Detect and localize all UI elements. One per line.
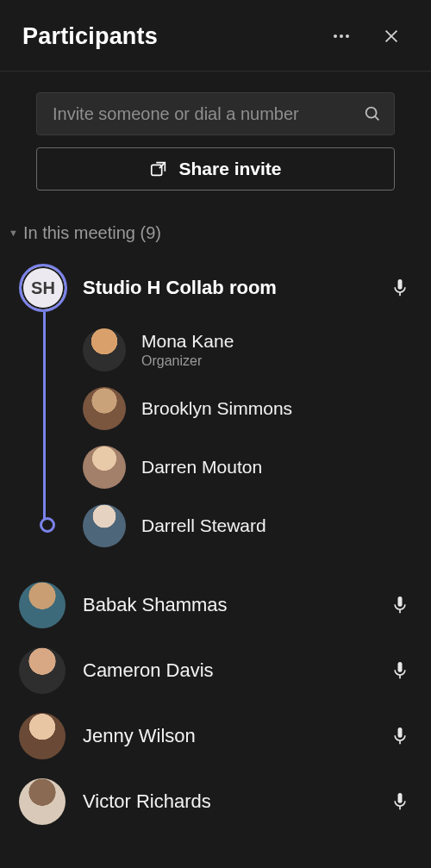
svg-line-6 xyxy=(375,116,378,120)
mic-button[interactable] xyxy=(383,791,417,812)
microphone-icon xyxy=(391,660,409,681)
svg-rect-14 xyxy=(398,727,403,738)
collapse-icon: ▼ xyxy=(9,228,18,238)
avatar xyxy=(19,647,66,694)
room-avatar: SH xyxy=(19,264,67,312)
room-mic-button[interactable] xyxy=(383,278,417,298)
list-item[interactable]: Cameron Davis xyxy=(19,638,417,703)
list-item[interactable]: Mona Kane Organizer xyxy=(83,321,417,379)
invite-search-box[interactable] xyxy=(36,92,395,135)
svg-point-0 xyxy=(334,34,337,38)
participant-name: Brooklyn Simmons xyxy=(141,398,292,419)
room-members: Mona Kane Organizer Brooklyn Simmons Dar… xyxy=(43,312,417,555)
panel-title: Participants xyxy=(22,23,324,50)
participants-panel: Participants Share invite ▼ In this meet… xyxy=(0,0,431,868)
avatar xyxy=(19,778,66,825)
panel-header: Participants xyxy=(0,0,431,72)
list-item[interactable]: Jenny Wilson xyxy=(19,703,417,769)
participant-name: Darrell Steward xyxy=(141,515,266,536)
other-participants: Babak Shammas Cameron Davis Jenny Wilson xyxy=(19,555,417,834)
microphone-icon xyxy=(391,791,409,812)
participant-name: Mona Kane xyxy=(141,331,234,352)
more-options-icon xyxy=(331,26,352,47)
invite-input[interactable] xyxy=(53,104,363,124)
microphone-icon xyxy=(391,278,409,298)
svg-point-2 xyxy=(346,34,349,38)
svg-rect-12 xyxy=(398,662,403,672)
mic-button[interactable] xyxy=(383,660,417,681)
list-item[interactable]: Victor Richards xyxy=(19,769,417,834)
microphone-icon xyxy=(391,726,409,746)
list-item[interactable]: Darrell Steward xyxy=(83,496,417,555)
section-heading[interactable]: ▼ In this meeting (9) xyxy=(0,203,431,248)
mic-button[interactable] xyxy=(383,726,417,746)
invite-area: Share invite xyxy=(0,72,431,203)
room-row[interactable]: SH Studio H Collab room xyxy=(19,264,417,312)
avatar xyxy=(83,328,126,372)
participant-name: Babak Shammas xyxy=(83,594,383,616)
svg-rect-16 xyxy=(398,793,403,803)
more-options-button[interactable] xyxy=(324,19,359,53)
close-icon xyxy=(382,27,401,46)
participant-list: SH Studio H Collab room Mona Kane Organi… xyxy=(0,248,431,868)
avatar xyxy=(83,446,126,489)
avatar xyxy=(83,504,126,547)
svg-point-5 xyxy=(366,108,377,118)
list-item[interactable]: Brooklyn Simmons xyxy=(83,379,417,438)
close-button[interactable] xyxy=(374,19,409,53)
avatar xyxy=(19,582,66,628)
participant-name: Victor Richards xyxy=(83,790,383,813)
list-item[interactable]: Darren Mouton xyxy=(83,438,417,496)
avatar xyxy=(83,387,126,430)
avatar xyxy=(19,713,66,759)
participant-role: Organizer xyxy=(141,353,234,369)
share-invite-label: Share invite xyxy=(178,159,281,179)
participant-name: Darren Mouton xyxy=(141,457,262,478)
mic-button[interactable] xyxy=(383,595,417,615)
list-item[interactable]: Babak Shammas xyxy=(19,572,417,638)
section-label: In this meeting (9) xyxy=(23,223,161,243)
room-name: Studio H Collab room xyxy=(83,277,383,299)
svg-point-1 xyxy=(340,34,343,38)
microphone-icon xyxy=(391,595,409,615)
share-invite-button[interactable]: Share invite xyxy=(36,147,395,190)
svg-rect-8 xyxy=(398,279,403,290)
participant-name: Cameron Davis xyxy=(83,659,383,682)
svg-rect-10 xyxy=(398,596,403,607)
share-icon xyxy=(149,159,168,178)
participant-name: Jenny Wilson xyxy=(83,725,383,747)
search-icon xyxy=(363,104,382,123)
